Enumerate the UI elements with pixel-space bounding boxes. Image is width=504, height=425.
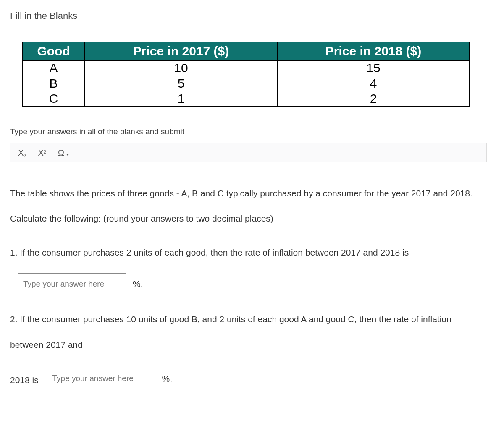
chevron-down-icon <box>66 154 69 156</box>
cell-2017: 5 <box>85 76 277 91</box>
col-header-2017: Price in 2017 ($) <box>85 42 277 60</box>
question-1-unit: %. <box>133 279 143 289</box>
subscript-button[interactable]: X2 <box>18 149 26 157</box>
subscript-2: 2 <box>24 154 26 158</box>
cell-2017: 1 <box>85 91 277 107</box>
cell-2018: 2 <box>277 91 470 107</box>
table-row: C 1 2 <box>22 91 470 107</box>
symbol-omega-button[interactable]: Ω <box>58 149 69 157</box>
cell-good: C <box>22 91 85 107</box>
price-table: Good Price in 2017 ($) Price in 2018 ($)… <box>22 42 470 107</box>
superscript-x: X <box>38 149 43 157</box>
omega-icon: Ω <box>58 149 64 157</box>
cell-2018: 15 <box>277 60 470 76</box>
question-type-title: Fill in the Blanks <box>10 10 487 21</box>
question-1-text: 1. If the consumer purchases 2 units of … <box>10 240 487 266</box>
formatting-toolbar: X2 X2 Ω <box>10 143 487 162</box>
subscript-x: X <box>18 149 24 157</box>
question-1-answer-row: %. <box>18 273 487 295</box>
question-2-text: 2. If the consumer purchases 10 units of… <box>10 307 487 358</box>
cell-2017: 10 <box>85 60 277 76</box>
question-2-prefix: 2018 is <box>10 375 39 385</box>
table-header-row: Good Price in 2017 ($) Price in 2018 ($) <box>22 42 470 60</box>
question-body-text: The table shows the prices of three good… <box>10 181 487 232</box>
cell-good: A <box>22 60 85 76</box>
superscript-2: 2 <box>44 150 46 154</box>
table-row: A 10 15 <box>22 60 470 76</box>
question-2-continuation: 2018 is %. <box>10 358 487 404</box>
question-2-answer-row: %. <box>47 365 173 392</box>
instruction-text: Type your answers in all of the blanks a… <box>10 127 487 136</box>
col-header-2018: Price in 2018 ($) <box>277 42 470 60</box>
question-2-unit: %. <box>162 365 173 392</box>
question-2-input[interactable] <box>47 368 155 389</box>
price-table-wrap: Good Price in 2017 ($) Price in 2018 ($)… <box>22 42 470 107</box>
col-header-good: Good <box>22 42 85 60</box>
cell-good: B <box>22 76 85 91</box>
superscript-button[interactable]: X2 <box>38 149 46 157</box>
table-row: B 5 4 <box>22 76 470 91</box>
question-1-input[interactable] <box>18 273 126 295</box>
cell-2018: 4 <box>277 76 470 91</box>
